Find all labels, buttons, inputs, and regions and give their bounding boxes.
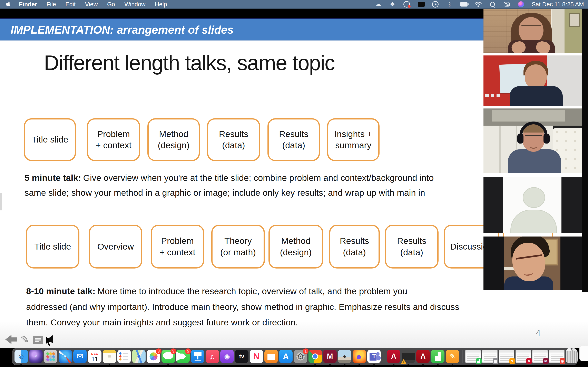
dock-music-icon[interactable]: ♫ — [206, 350, 219, 363]
dropbox-icon[interactable]: ❖ — [389, 1, 396, 8]
slide-banner-title: IMPLEMENTATION: arrangement of slides — [0, 23, 233, 36]
battery-icon[interactable] — [460, 1, 467, 8]
menu-edit[interactable]: Edit — [61, 1, 80, 8]
notification-app-icon[interactable] — [403, 1, 410, 8]
cloud-icon[interactable]: ☁ — [374, 1, 382, 8]
presenter-controls: ✎ — [5, 334, 58, 344]
dock-notes-icon[interactable]: ≡ — [103, 350, 116, 363]
window-edge-notch — [0, 193, 2, 210]
eight-ten-minute-talk-label: 8-10 minute talk: — [26, 286, 95, 296]
participant-video-2[interactable] — [484, 55, 582, 106]
dock-acrobat-reader-icon[interactable]: A — [416, 350, 430, 363]
dock-launchpad-icon[interactable] — [44, 350, 57, 363]
dock-recent-apps-divider — [384, 350, 384, 363]
menu-bar: Finder File Edit View Go Window Help ☁ ❖… — [0, 0, 588, 8]
control-center-icon[interactable] — [503, 1, 510, 8]
menu-go[interactable]: Go — [103, 1, 120, 8]
participant-placeholder[interactable] — [484, 177, 582, 233]
now-playing-icon[interactable] — [432, 1, 439, 8]
dock-messages-icon[interactable]: 3 — [162, 350, 175, 363]
dock-microsoft-teams-icon[interactable]: T — [367, 350, 381, 363]
dock-image-viewer-icon[interactable]: ◆ — [338, 350, 351, 363]
flow-box-title-slide: Title slide — [24, 118, 76, 161]
dock-facetime-icon[interactable]: 5 — [176, 350, 190, 363]
menu-bar-clock[interactable]: Sat Dec 11 8:25 AM — [532, 1, 584, 8]
menu-help[interactable]: Help — [150, 1, 172, 8]
dock-pages-icon[interactable]: ✎ — [446, 350, 459, 363]
flow2-box-title-slide: Title slide — [26, 225, 79, 268]
flow2-box-overview: Overview — [89, 225, 142, 268]
participant-video-3[interactable] — [484, 108, 582, 173]
flow2-box-results-2: Results (data) — [385, 225, 439, 268]
flow2-box-results-1: Results (data) — [329, 225, 380, 268]
dock-finder-icon[interactable]: ☺ — [15, 350, 28, 363]
dock-photos-icon[interactable]: 3 — [147, 350, 160, 363]
eight-ten-minute-talk-line3: them. Convey your main insights and sugg… — [26, 317, 298, 327]
wifi-icon[interactable] — [475, 1, 482, 8]
slide-title: Different length talks, same topic — [44, 51, 335, 75]
notes-button[interactable] — [33, 336, 43, 344]
dock-podcasts-icon[interactable]: ◉ — [220, 350, 234, 363]
participant-video-1[interactable] — [484, 9, 582, 53]
avatar-icon — [523, 187, 545, 208]
menu-window[interactable]: Window — [120, 1, 150, 8]
dock-minimized-window-numbers-icon[interactable]: ▟ — [465, 350, 481, 363]
slide-corner — [579, 346, 588, 361]
dock-safari-icon[interactable] — [59, 350, 72, 363]
dock-app-store-icon[interactable]: A — [279, 350, 293, 363]
flow-box-problem-context: Problem + context — [87, 118, 140, 161]
dock-keynote-icon[interactable] — [191, 350, 204, 363]
dock-adobe-acrobat-icon[interactable]: A — [387, 350, 400, 363]
dock-minimized-window-acrobat-icon[interactable]: A — [516, 350, 531, 363]
pen-tool-button[interactable]: ✎ — [20, 335, 29, 344]
desktop: Finder File Edit View Go Window Help ☁ ❖… — [0, 0, 588, 367]
dock-minimized-window-pages-icon[interactable]: ✎ — [499, 350, 514, 363]
dock-minimized-window-mendeley-icon[interactable]: M — [532, 350, 548, 363]
screen-recording-icon[interactable] — [417, 1, 425, 8]
five-minute-talk-line2: same slide; show your method in a graphi… — [25, 188, 425, 198]
spotlight-search-icon[interactable] — [489, 1, 496, 8]
eight-ten-minute-talk-line1: 8-10 minute talk:More time to introduce … — [26, 286, 407, 296]
participant-video-4[interactable] — [484, 236, 582, 290]
apple-menu-icon[interactable] — [5, 1, 11, 7]
dock-trash-icon[interactable] — [566, 350, 578, 363]
dock-chrome-icon[interactable] — [309, 350, 322, 363]
five-minute-talk-line1: 5 minute talk:Give overview when you're … — [25, 173, 434, 183]
flow-box-insights-summary: Insights + summary — [327, 118, 380, 161]
dock-maps-icon[interactable]: ◉ — [132, 350, 146, 363]
dock-apple-tv-icon[interactable]: tv — [235, 350, 249, 363]
dock-mail-icon[interactable]: ✉ — [73, 350, 87, 363]
dock-printer-utility-icon[interactable] — [402, 350, 415, 363]
dock: ☺✳✉DEC11≡◉335♫◉tvNA⚙1M◆TAA▟✎▟▦✎AM◉ — [12, 348, 578, 365]
menu-view[interactable]: View — [80, 1, 102, 8]
dock-news-icon[interactable]: N — [250, 350, 263, 363]
siri-icon[interactable] — [517, 1, 525, 8]
dock-mendeley-icon[interactable]: M — [323, 350, 337, 363]
eight-ten-minute-talk-line2: addressed (and why important). Introduce… — [26, 302, 459, 312]
dock-minimized-window-chrome-icon[interactable]: ◉ — [549, 350, 564, 363]
dock-system-preferences-icon[interactable]: ⚙1 — [294, 350, 307, 363]
bluetooth-icon[interactable]: ᛒ — [446, 1, 453, 8]
dock-windows-divider — [462, 350, 462, 363]
five-minute-talk-label: 5 minute talk: — [25, 173, 81, 183]
dock-books-icon[interactable] — [264, 350, 278, 363]
flow-box-results-2: Results (data) — [268, 118, 320, 161]
flow-box-method: Method (design) — [147, 118, 200, 161]
flow2-box-theory: Theory (or math) — [211, 225, 265, 268]
dock-calendar-icon[interactable]: DEC11 — [88, 350, 102, 363]
menu-finder[interactable]: Finder — [14, 1, 42, 8]
flow2-box-method: Method (design) — [268, 225, 323, 268]
slide-page-number: 4 — [536, 328, 540, 337]
flow-box-results-1: Results (data) — [207, 118, 260, 161]
previous-slide-button[interactable] — [5, 335, 17, 344]
flow2-box-problem-context: Problem + context — [151, 225, 204, 268]
dock-reminders-icon[interactable] — [117, 350, 131, 363]
dock-numbers-icon[interactable]: ▟ — [431, 350, 444, 363]
dock-minimized-window-document-icon[interactable]: ▦ — [482, 350, 498, 363]
menu-file[interactable]: File — [42, 1, 61, 8]
dock-siri-icon[interactable]: ✳ — [29, 350, 43, 363]
dock-firefox-icon[interactable] — [353, 350, 366, 363]
desktop-strip — [582, 8, 588, 292]
